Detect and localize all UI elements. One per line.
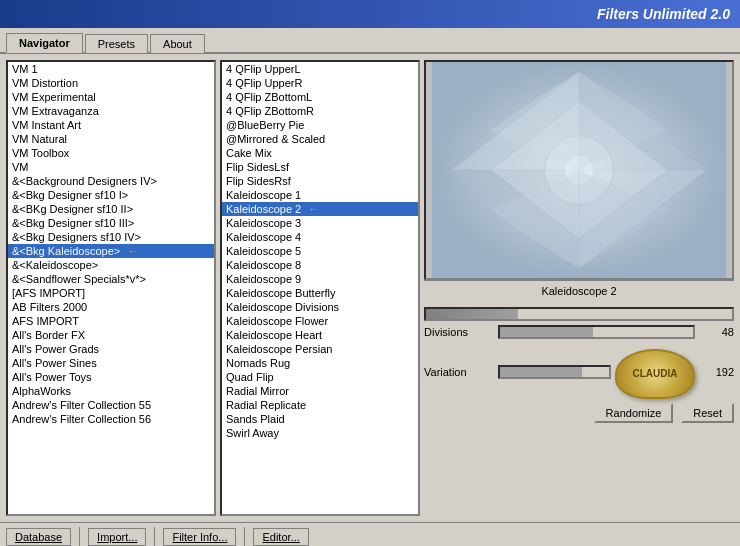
list-item[interactable]: Kaleidoscope 1 bbox=[222, 188, 418, 202]
list-item[interactable]: &<Sandflower Specials*v*> bbox=[8, 272, 214, 286]
list-item[interactable]: Quad Flip bbox=[222, 370, 418, 384]
tab-presets[interactable]: Presets bbox=[85, 34, 148, 53]
list-item[interactable]: VM bbox=[8, 160, 214, 174]
param-row-variation: Variation CLAUDIA 192 bbox=[424, 345, 734, 399]
import-button[interactable]: Import... bbox=[88, 528, 146, 546]
watermark-logo: CLAUDIA bbox=[615, 349, 695, 399]
list-item[interactable]: Kaleidoscope 4 bbox=[222, 230, 418, 244]
progress-track bbox=[424, 307, 734, 321]
list-item[interactable]: Kaleidoscope Persian bbox=[222, 342, 418, 356]
list-item[interactable]: Radial Replicate bbox=[222, 398, 418, 412]
list-item[interactable]: @Mirrored & Scaled bbox=[222, 132, 418, 146]
param-value-variation: 192 bbox=[699, 366, 734, 378]
tab-about[interactable]: About bbox=[150, 34, 205, 53]
list-item[interactable]: AFS IMPORT bbox=[8, 314, 214, 328]
list-item[interactable]: Andrew's Filter Collection 55 bbox=[8, 398, 214, 412]
list-item[interactable]: &<Bkg Kaleidoscope> ← bbox=[8, 244, 214, 258]
list-item[interactable]: Kaleidoscope 9 bbox=[222, 272, 418, 286]
list-item[interactable]: VM Natural bbox=[8, 132, 214, 146]
list-item[interactable]: Cake Mix bbox=[222, 146, 418, 160]
right-panel: Kaleidoscope 2 Divisions 48 Variation bbox=[424, 60, 734, 516]
title-bar: Filters Unlimited 2.0 bbox=[0, 0, 740, 28]
param-label-divisions: Divisions bbox=[424, 326, 494, 338]
param-value-divisions: 48 bbox=[699, 326, 734, 338]
list-item[interactable]: VM Toolbox bbox=[8, 146, 214, 160]
list-item[interactable]: &<Bkg Designers sf10 IV> bbox=[8, 230, 214, 244]
randomize-button[interactable]: Randomize bbox=[594, 403, 674, 423]
list-item[interactable]: 4 QFlip UpperR bbox=[222, 76, 418, 90]
app-title: Filters Unlimited 2.0 bbox=[597, 6, 730, 22]
list-item[interactable]: VM 1 bbox=[8, 62, 214, 76]
left-panel: VM 1VM DistortionVM ExperimentalVM Extra… bbox=[6, 60, 216, 516]
middle-panel: 4 QFlip UpperL4 QFlip UpperR4 QFlip ZBot… bbox=[220, 60, 420, 516]
list-item[interactable]: VM Extravaganza bbox=[8, 104, 214, 118]
list-item[interactable]: &<Kaleidoscope> bbox=[8, 258, 214, 272]
preview-label: Kaleidoscope 2 bbox=[424, 280, 734, 301]
param-slider-fill-divisions bbox=[500, 327, 593, 337]
list-item[interactable]: &<Bkg Designer sf10 I> bbox=[8, 188, 214, 202]
list-item[interactable]: All's Power Sines bbox=[8, 356, 214, 370]
list-item[interactable]: Sands Plaid bbox=[222, 412, 418, 426]
list-item[interactable]: 4 QFlip ZBottomR bbox=[222, 104, 418, 118]
main-content: VM 1VM DistortionVM ExperimentalVM Extra… bbox=[0, 54, 740, 522]
category-list[interactable]: VM 1VM DistortionVM ExperimentalVM Extra… bbox=[8, 62, 214, 514]
tab-navigator[interactable]: Navigator bbox=[6, 33, 83, 53]
list-item[interactable]: All's Border FX bbox=[8, 328, 214, 342]
param-row-divisions: Divisions 48 bbox=[424, 325, 734, 339]
list-item[interactable]: &<Background Designers IV> bbox=[8, 174, 214, 188]
list-item[interactable]: AB Filters 2000 bbox=[8, 300, 214, 314]
watermark-text-line1: CLAUDIA bbox=[633, 368, 678, 380]
list-item[interactable]: 4 QFlip UpperL bbox=[222, 62, 418, 76]
separator-2 bbox=[154, 527, 155, 547]
randomize-reset-area: Randomize Reset bbox=[424, 403, 734, 423]
list-item[interactable]: 4 QFlip ZBottomL bbox=[222, 90, 418, 104]
separator-1 bbox=[79, 527, 80, 547]
separator-3 bbox=[244, 527, 245, 547]
editor-button[interactable]: Editor... bbox=[253, 528, 308, 546]
preview-box bbox=[424, 60, 734, 280]
list-item[interactable]: Andrew's Filter Collection 56 bbox=[8, 412, 214, 426]
list-item[interactable]: @BlueBerry Pie bbox=[222, 118, 418, 132]
progress-bar-area bbox=[424, 307, 734, 321]
list-item[interactable]: VM Experimental bbox=[8, 90, 214, 104]
list-item[interactable]: Flip SidesRsf bbox=[222, 174, 418, 188]
param-section: Divisions 48 Variation CLAUDIA bbox=[424, 325, 734, 399]
tab-bar: Navigator Presets About bbox=[0, 28, 740, 54]
filter-info-button[interactable]: Filter Info... bbox=[163, 528, 236, 546]
list-item[interactable]: AlphaWorks bbox=[8, 384, 214, 398]
list-item[interactable]: VM Distortion bbox=[8, 76, 214, 90]
list-item[interactable]: All's Power Grads bbox=[8, 342, 214, 356]
param-slider-fill-variation bbox=[500, 367, 582, 377]
list-item[interactable]: Radial Mirror bbox=[222, 384, 418, 398]
list-item[interactable]: Kaleidoscope Heart bbox=[222, 328, 418, 342]
list-item[interactable]: &<Bkg Designer sf10 III> bbox=[8, 216, 214, 230]
param-slider-variation[interactable] bbox=[498, 365, 611, 379]
list-item[interactable]: Kaleidoscope 3 bbox=[222, 216, 418, 230]
list-item[interactable]: All's Power Toys bbox=[8, 370, 214, 384]
list-item[interactable]: Kaleidoscope Butterfly bbox=[222, 286, 418, 300]
list-item[interactable]: Kaleidoscope Flower bbox=[222, 314, 418, 328]
list-item[interactable]: &<BKg Designer sf10 II> bbox=[8, 202, 214, 216]
database-button[interactable]: Database bbox=[6, 528, 71, 546]
list-item[interactable]: Kaleidoscope 5 bbox=[222, 244, 418, 258]
reset-button[interactable]: Reset bbox=[681, 403, 734, 423]
list-item[interactable]: Flip SidesLsf bbox=[222, 160, 418, 174]
effect-list[interactable]: 4 QFlip UpperL4 QFlip UpperR4 QFlip ZBot… bbox=[222, 62, 418, 514]
list-item[interactable]: [AFS IMPORT] bbox=[8, 286, 214, 300]
list-item[interactable]: Kaleidoscope 2 ← bbox=[222, 202, 418, 216]
effect-list-container: 4 QFlip UpperL4 QFlip UpperR4 QFlip ZBot… bbox=[220, 60, 420, 516]
bottom-toolbar: Database Import... Filter Info... Editor… bbox=[0, 522, 740, 546]
list-item[interactable]: Kaleidoscope Divisions bbox=[222, 300, 418, 314]
list-item[interactable]: Nomads Rug bbox=[222, 356, 418, 370]
param-label-variation: Variation bbox=[424, 366, 494, 378]
category-list-container: VM 1VM DistortionVM ExperimentalVM Extra… bbox=[6, 60, 216, 516]
progress-fill bbox=[426, 309, 518, 319]
param-slider-divisions[interactable] bbox=[498, 325, 695, 339]
list-item[interactable]: Swirl Away bbox=[222, 426, 418, 440]
list-item[interactable]: Kaleidoscope 8 bbox=[222, 258, 418, 272]
list-item[interactable]: VM Instant Art bbox=[8, 118, 214, 132]
